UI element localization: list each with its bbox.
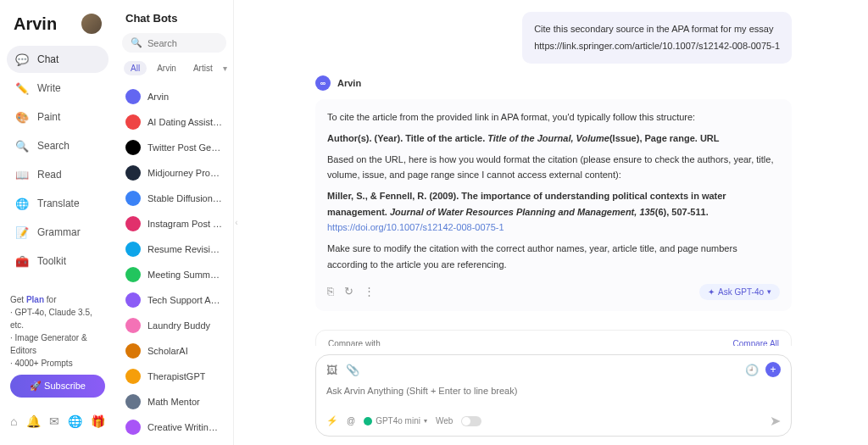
chat-icon: 💬 (15, 53, 29, 66)
main-panel: Cite this secondary source in the APA fo… (239, 0, 868, 445)
bots-panel: Chat Bots 🔍 AllArvinArtist▾ ArvinAI Dati… (115, 0, 234, 445)
compare-title: Compare with (328, 339, 381, 346)
bot-avatar (125, 369, 141, 384)
bot-item[interactable]: Tech Support Advisor (122, 287, 226, 313)
bot-avatar (125, 267, 141, 282)
nav-item-translate[interactable]: 🌐Translate (7, 190, 108, 217)
user-avatar[interactable] (81, 14, 102, 34)
bot-item[interactable]: Meeting Summary Ass... (122, 262, 226, 287)
filter-arvin[interactable]: Arvin (150, 61, 183, 75)
bot-avatar (125, 89, 141, 104)
search-icon: 🔍 (15, 139, 29, 153)
nav-item-search[interactable]: 🔍Search (7, 132, 108, 159)
bot-avatar (125, 242, 141, 257)
toolkit-icon: 🧰 (15, 254, 29, 268)
compare-all-link[interactable]: Compare All (733, 339, 779, 346)
model-selector[interactable]: GPT4o mini ▾ (364, 416, 427, 426)
bots-title: Chat Bots (122, 10, 226, 33)
bot-item[interactable]: Midjourney Prompt Ge... (122, 160, 226, 186)
bot-list: ArvinAI Dating AssistantTwitter Post Gen… (122, 84, 226, 435)
write-icon: ✏️ (15, 81, 29, 95)
attach-file-icon[interactable]: 📎 (346, 364, 359, 376)
footer-icon-2[interactable]: ✉ (49, 414, 59, 428)
read-icon: 📖 (15, 168, 29, 181)
bot-item[interactable]: ScholarAI (122, 338, 226, 364)
composer-input[interactable] (326, 382, 781, 413)
bot-avatar (125, 292, 141, 308)
app-logo-row: Arvin (7, 10, 108, 46)
message-actions: ⎘ ↻ ⋮ ✦ Ask GPT-4o ▾ (327, 282, 780, 301)
chevron-down-icon[interactable]: ▾ (223, 64, 227, 73)
bot-item[interactable]: Stable Diffusion Prom... (122, 186, 226, 211)
user-message: Cite this secondary source in the APA fo… (522, 12, 792, 64)
nav-item-paint[interactable]: 🎨Paint (7, 103, 108, 131)
bot-item[interactable]: Twitter Post Generator (122, 135, 226, 160)
bot-avatar (125, 191, 141, 206)
chevron-down-icon: ▾ (424, 417, 427, 425)
assistant-avatar: ∞ (315, 75, 331, 91)
subscribe-button[interactable]: 🚀 Subscribe (10, 375, 105, 398)
web-toggle[interactable] (461, 416, 481, 426)
send-button[interactable]: ➤ (770, 413, 781, 429)
attach-image-icon[interactable]: 🖼 (326, 364, 337, 376)
nav-item-toolkit[interactable]: 🧰Toolkit (7, 248, 108, 275)
nav-item-read[interactable]: 📖Read (7, 161, 108, 188)
new-chat-button[interactable]: + (765, 362, 781, 377)
chevron-down-icon: ▾ (767, 287, 771, 296)
bot-item[interactable]: Laundry Buddy (122, 313, 226, 338)
doi-link[interactable]: https://doi.org/10.1007/s12142-008-0075-… (327, 222, 504, 232)
footer-icon-4[interactable]: 🎁 (91, 414, 105, 428)
nav-item-chat[interactable]: 💬Chat (7, 46, 108, 73)
translate-icon: 🌐 (15, 197, 29, 210)
bot-item[interactable]: Creative Writing Coach (122, 414, 226, 435)
regenerate-icon[interactable]: ↻ (344, 282, 353, 301)
filter-artist[interactable]: Artist (186, 61, 220, 75)
sparkle-icon: ✦ (708, 287, 715, 297)
bots-search[interactable]: 🔍 (122, 33, 226, 53)
compare-box: Compare with Compare All GPT-4oClaude 3.… (315, 330, 792, 346)
bottom-icons: ⌂🔔✉🌐🎁 (7, 408, 108, 435)
filter-all[interactable]: All (124, 61, 147, 75)
slash-commands-icon[interactable]: ⚡ (326, 415, 338, 426)
bot-avatar (125, 114, 141, 130)
composer: 🖼 📎 🕘 + ⚡ @ GPT4o mini ▾ Web ➤ (315, 354, 792, 437)
footer-icon-3[interactable]: 🌐 (68, 414, 82, 428)
copy-icon[interactable]: ⎘ (327, 282, 334, 301)
bot-avatar (125, 343, 141, 359)
bots-search-input[interactable] (147, 38, 218, 48)
search-icon: 🔍 (131, 37, 142, 48)
bot-item[interactable]: TherapistGPT (122, 364, 226, 389)
bot-avatar (125, 394, 141, 409)
nav-item-write[interactable]: ✏️Write (7, 75, 108, 102)
nav-item-grammar[interactable]: 📝Grammar (7, 219, 108, 246)
grammar-icon: 📝 (15, 225, 29, 239)
paint-icon: 🎨 (15, 110, 29, 124)
filter-tabs: AllArvinArtist▾ (122, 61, 226, 75)
footer-icon-0[interactable]: ⌂ (10, 414, 17, 428)
left-sidebar: Arvin 💬Chat✏️Write🎨Paint🔍Search📖Read🌐Tra… (0, 0, 115, 445)
app-name: Arvin (14, 14, 57, 34)
mention-icon[interactable]: @ (347, 416, 355, 426)
ask-model-button[interactable]: ✦ Ask GPT-4o ▾ (699, 284, 780, 300)
chat-area: Cite this secondary source in the APA fo… (315, 12, 792, 346)
assistant-message: To cite the article from the provided li… (315, 99, 792, 311)
bot-avatar (125, 140, 141, 155)
bot-avatar (125, 165, 141, 181)
bot-avatar (125, 420, 141, 435)
bot-item[interactable]: AI Dating Assistant (122, 109, 226, 135)
bot-avatar (125, 216, 141, 231)
bot-item[interactable]: Instagram Post Genera... (122, 211, 226, 236)
nav-list: 💬Chat✏️Write🎨Paint🔍Search📖Read🌐Translate… (7, 46, 108, 275)
bot-item[interactable]: Math Mentor (122, 389, 226, 414)
plan-box: Get Plan for · GPT-4o, Claude 3.5, etc. … (7, 288, 108, 403)
more-icon[interactable]: ⋮ (364, 282, 375, 301)
bot-item[interactable]: Arvin (122, 84, 226, 109)
assistant-header: ∞ Arvin (315, 75, 792, 91)
bot-item[interactable]: Resume Revision Assis... (122, 236, 226, 262)
footer-icon-1[interactable]: 🔔 (26, 414, 41, 428)
bot-avatar (125, 318, 141, 333)
history-icon[interactable]: 🕘 (745, 364, 759, 376)
